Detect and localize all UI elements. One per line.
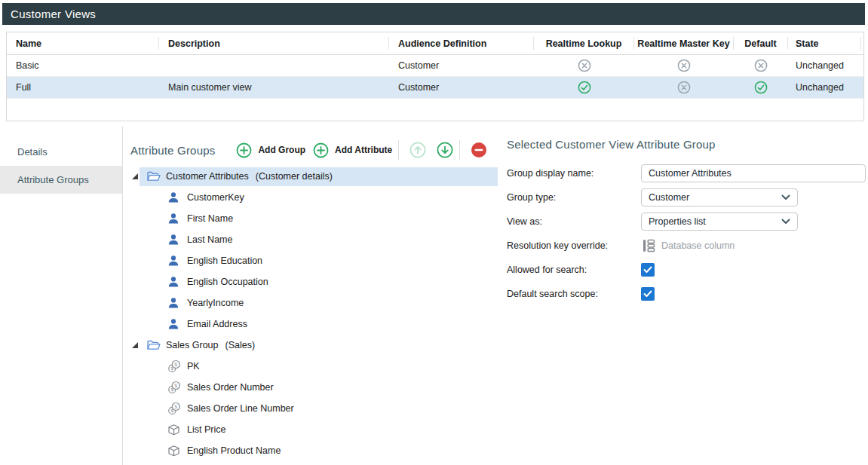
remove-button[interactable] [471, 142, 487, 158]
status-yes-icon [734, 81, 788, 94]
move-up-button[interactable] [409, 142, 426, 158]
person-icon [167, 297, 182, 309]
table-row[interactable]: FullMain customer viewCustomerUnchanged [7, 77, 863, 99]
tree-group-row[interactable]: Customer Attributes(Customer details) [124, 166, 498, 187]
table-header-row: Name Description Audience Definition Rea… [7, 32, 863, 55]
allowed-for-search-checkbox[interactable] [641, 263, 655, 277]
tree-attribute-row[interactable]: Last Name [124, 229, 498, 250]
group-type-value: Customer [649, 192, 689, 203]
cube-icon [167, 424, 182, 436]
move-down-button[interactable] [437, 142, 453, 158]
status-no-icon [734, 59, 788, 72]
tree-attribute-row[interactable]: English Occupation [124, 271, 498, 292]
tree-attribute-row[interactable]: YearlyIncome [124, 292, 498, 314]
tree-toolbar: Attribute Groups Add Group Add Attribute [124, 137, 498, 163]
chevron-down-icon [781, 194, 790, 200]
group-type-select[interactable]: Customer [641, 188, 798, 206]
chevron-down-icon [781, 219, 790, 225]
tree-attribute-label: List Price [187, 424, 225, 435]
selected-group-form: Group display name: Group type: Customer… [507, 161, 868, 306]
tree-attribute-label: CustomerKey [187, 192, 244, 203]
customer-views-table: Name Description Audience Definition Rea… [6, 32, 864, 121]
svg-text:$: $ [174, 383, 177, 389]
tree-group-label-box: Sales Group(Sales) [140, 336, 498, 355]
coins-icon: $$ [167, 381, 182, 394]
column-header-realtime-lookup[interactable]: Realtime Lookup [534, 37, 634, 50]
sidebar-item-attribute-groups[interactable]: Attribute Groups [0, 166, 122, 194]
table-cell: Full [7, 82, 159, 93]
tree-attribute-row[interactable]: $$Sales Order Line Number [124, 398, 498, 419]
tree-attribute-row[interactable]: $$Sales Order Number [124, 377, 498, 398]
add-group-label: Add Group [258, 145, 305, 155]
column-header-description[interactable]: Description [159, 37, 389, 50]
status-no-icon [634, 81, 734, 94]
tree-attribute-row[interactable]: English Product Name [124, 440, 498, 461]
column-header-state[interactable]: State [788, 37, 861, 50]
tree-attribute-label: PK [187, 361, 200, 372]
column-header-default[interactable]: Default [734, 37, 788, 50]
selected-group-title: Selected Customer View Attribute Group [507, 137, 868, 152]
tree-attribute-row[interactable]: Email Address [124, 314, 498, 335]
table-cell: Unchanged [788, 82, 861, 93]
tree-attribute-row[interactable]: List Price [124, 419, 498, 440]
sidebar-item-details[interactable]: Details [0, 138, 122, 166]
person-icon [167, 255, 182, 267]
person-icon [167, 276, 182, 288]
table-cell: Customer [389, 60, 534, 71]
tree-group-label: Customer Attributes [166, 171, 249, 182]
toolbar-separator [459, 140, 460, 160]
field-label: View as: [507, 216, 641, 227]
view-as-select[interactable]: Properties list [641, 213, 798, 231]
add-group-button[interactable]: Add Group [236, 142, 305, 158]
column-header-name[interactable]: Name [7, 37, 159, 50]
coins-icon: $$ [167, 359, 182, 373]
tree-group-row[interactable]: Sales Group(Sales) [124, 335, 498, 356]
add-attribute-button[interactable]: Add Attribute [313, 142, 392, 158]
status-no-icon [634, 59, 734, 72]
form-row-group-type: Group type: Customer [507, 185, 868, 210]
table-row[interactable]: BasicCustomerUnchanged [7, 55, 863, 77]
column-header-filler [861, 37, 863, 50]
tree-attribute-label: English Occupation [187, 277, 268, 287]
tree-attribute-label: Sales Order Number [187, 382, 274, 393]
field-label: Allowed for search: [507, 265, 641, 275]
field-label: Group display name: [507, 168, 641, 179]
folder-open-icon [146, 339, 161, 351]
attribute-groups-title: Attribute Groups [130, 144, 215, 157]
add-attribute-label: Add Attribute [335, 145, 392, 155]
column-header-realtime-master-key[interactable]: Realtime Master Key [634, 37, 734, 50]
tree-attribute-label: English Education [187, 255, 262, 266]
tree-attribute-label: Sales Order Line Number [187, 403, 294, 414]
expander-icon[interactable] [132, 173, 138, 179]
resolution-key-override-button[interactable]: Database column [641, 238, 735, 253]
svg-text:$: $ [174, 404, 177, 410]
tree-attribute-row[interactable]: CustomerKey [124, 187, 498, 208]
arrow-down-icon [437, 142, 453, 158]
tree-group-label-box: Customer Attributes(Customer details) [140, 167, 498, 186]
tree-attribute-row[interactable]: English Education [124, 250, 498, 271]
tree-attribute-label: First Name [187, 213, 233, 224]
remove-icon [471, 142, 487, 158]
sidebar: Details Attribute Groups [0, 127, 123, 465]
tree-group-suffix: (Customer details) [256, 171, 333, 182]
form-row-view-as: View as: Properties list [507, 210, 868, 234]
person-icon [167, 234, 182, 246]
table-cell: Unchanged [788, 60, 861, 71]
arrow-up-icon [409, 142, 426, 158]
column-header-audience-definition[interactable]: Audience Definition [389, 37, 534, 50]
add-icon [313, 142, 329, 158]
tree-attribute-row[interactable]: $$PK [124, 356, 498, 377]
group-display-name-input[interactable] [641, 164, 866, 182]
expander-icon[interactable] [132, 342, 138, 348]
field-label: Default search scope: [507, 289, 641, 299]
field-label: Group type: [507, 192, 641, 203]
table-cell: Customer [389, 82, 534, 93]
table-cell: Main customer view [159, 82, 389, 93]
default-search-scope-checkbox[interactable] [641, 287, 655, 301]
table-cell: Basic [7, 60, 159, 71]
status-no-icon [534, 59, 634, 72]
view-as-value: Properties list [649, 216, 706, 227]
tree-attribute-row[interactable]: First Name [124, 208, 498, 229]
tree-group-suffix: (Sales) [225, 340, 255, 350]
tree-attribute-label: Last Name [187, 234, 232, 245]
